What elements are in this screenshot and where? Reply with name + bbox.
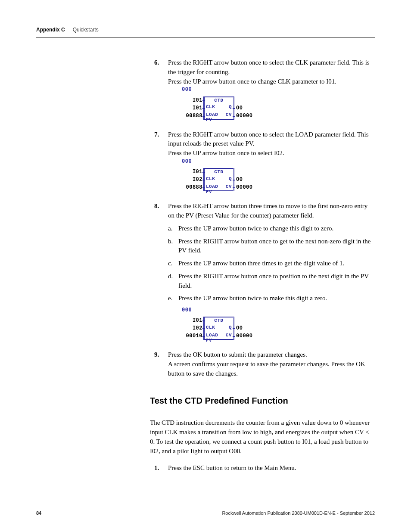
publication-id: Rockwell Automation Publication 2080-UM0… [222,510,375,516]
ctd3-left-clk: I01 [182,317,203,324]
page-footer: 84 Rockwell Automation Publication 2080-… [36,510,375,516]
main-content: Press the RIGHT arrow button once to sel… [154,58,374,476]
header-section: Quickstarts [73,27,99,33]
ctd3-cv-label: CV [226,333,232,338]
step-9-text-b: A screen confirms your request to save t… [168,361,365,377]
ctd2-right-empty1 [234,168,236,176]
section-title-test-ctd: Test the CTD Predefined Function [150,396,374,406]
page-number: 84 [36,510,41,516]
ctd2-addr: 000 [182,158,374,165]
ctd2-right-o0: O0 [234,176,243,184]
ctd1-clk-label: CLK [206,105,215,109]
step-8c: Press the UP arrow button three times to… [168,259,374,268]
ctd2-title: CTD [205,169,233,174]
step-7: Press the RIGHT arrow button once to sel… [154,130,374,199]
ctd3-q-label: Q [229,325,232,330]
ctd2-left-load: I02 [182,176,203,184]
step-6: Press the RIGHT arrow button once to sel… [154,58,374,128]
step-8e: Press the UP arrow button twice to make … [168,294,374,303]
ctd-block-2: I01 CTD I02 CLKQ O0 00888 [182,168,253,191]
ctd3-right-empty1 [234,317,236,324]
ctd3-pv-label: PV [206,338,212,343]
ctd2-load-label: LOAD [206,184,218,189]
ctd1-load-label: LOAD [206,112,218,117]
step-8a: Press the UP arrow button twice to chang… [168,224,374,233]
test-step-1: Press the ESC button to return to the Ma… [154,464,374,473]
ctd2-left-pv: 00888 [182,184,203,191]
ctd1-left-load: I01 [182,104,203,112]
ctd1-left-clk: I01 [182,96,203,104]
ctd1-addr: 000 [182,86,374,93]
ctd1-right-empty1 [234,96,236,104]
step-8-text: Press the RIGHT arrow button three times… [168,202,367,219]
ctd1-title: CTD [205,97,233,103]
ctd3-right-o0: O0 [234,324,243,332]
step-8: Press the RIGHT arrow button three times… [154,202,374,348]
ctd-block-3: I01 CTD I02 CLKQ O0 00010 [182,317,253,340]
step-6-text-b: Press the UP arrow button once to change… [168,78,336,85]
ctd3-addr: 000 [182,307,374,314]
ctd-block-1: I01 CTD I01 CLKQ O0 00888 [182,96,253,120]
ctd2-right-00000: 00000 [234,184,253,191]
ctd2-cv-label: CV [226,184,232,189]
ctd-description-para: The CTD instruction decrements the count… [150,418,374,456]
step-8b: Press the RIGHT arrow button once to get… [168,237,374,256]
ctd3-title: CTD [205,317,233,323]
ctd2-left-clk: I01 [182,168,203,176]
step-7-text-a: Press the RIGHT arrow button once to sel… [168,131,369,147]
page-header: Appendix C Quickstarts [36,27,375,37]
ctd1-right-o0: O0 [234,104,243,112]
ctd1-pv-label: PV [206,118,212,122]
ctd1-q-label: Q [229,105,232,109]
step-9-text-a: Press the OK button to submit the parame… [168,351,307,358]
step-6-text-a: Press the RIGHT arrow button once to sel… [168,59,370,75]
ctd2-clk-label: CLK [206,177,215,181]
ctd2-pv-label: PV [206,190,212,194]
ctd3-left-load: I02 [182,324,203,332]
step-8d: Press the RIGHT arrow button once to pos… [168,272,374,291]
ctd3-clk-label: CLK [206,325,215,330]
ctd3-load-label: LOAD [206,333,218,338]
ctd1-right-00000: 00000 [234,112,253,120]
ctd1-left-pv: 00888 [182,112,203,120]
ctd3-right-00000: 00000 [234,332,253,340]
step-9: Press the OK button to submit the parame… [154,350,374,378]
step-7-text-b: Press the UP arrow button once to select… [168,149,284,156]
ctd2-q-label: Q [229,177,232,181]
header-appendix: Appendix C [36,27,65,33]
ctd3-left-pv: 00010 [182,332,203,340]
ctd1-cv-label: CV [226,112,232,117]
